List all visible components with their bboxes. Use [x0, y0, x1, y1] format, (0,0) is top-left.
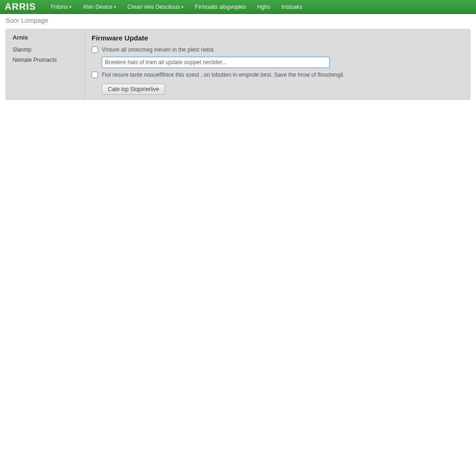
nav-item-label: Instoaks [281, 4, 302, 10]
input-row [92, 57, 463, 68]
sidebar: Arnis Slanmp Nemale Promacts [6, 29, 85, 99]
nav-item-label: Fntons [51, 4, 68, 10]
nav-item-4[interactable]: Hghs [251, 0, 276, 14]
content-panel: Arnis Slanmp Nemale Promacts Firmware Up… [6, 29, 470, 100]
nav-item-2[interactable]: Crean vies Descitous ▾ [122, 0, 189, 14]
nav-item-label: Hghs [257, 4, 270, 10]
nav-item-3[interactable]: Firmoaits alogvopies [189, 0, 251, 14]
caret-down-icon: ▾ [114, 5, 116, 9]
checkbox-row-1: Vinture all omecmeg ineuen in the plest … [92, 46, 463, 53]
nav-item-5[interactable]: Instoaks [276, 0, 308, 14]
checkbox-1[interactable] [92, 46, 98, 53]
top-navbar: ARRIS Fntons ▾ Ahin Device ▾ Crean vies … [0, 0, 476, 14]
sidebar-item-1[interactable]: Nemale Promacts [13, 55, 78, 65]
nav-item-label: Ahin Device [83, 4, 112, 10]
checkbox-2-label: Fiol reoure tante nooueffihice this soes… [102, 72, 344, 78]
checkbox-1-label: Vinture all omecmeg ineuen in the plest … [102, 46, 215, 53]
nav-item-0[interactable]: Fntons ▾ [45, 0, 77, 14]
nav-item-label: Crean vies Descitous [127, 4, 180, 10]
page-title: Firmware Update [92, 34, 463, 42]
sidebar-title: Arnis [13, 34, 78, 41]
nav-item-1[interactable]: Ahin Device ▾ [77, 0, 122, 14]
checkbox-2[interactable] [92, 72, 98, 78]
caret-down-icon: ▾ [69, 5, 72, 9]
update-input[interactable] [102, 57, 330, 68]
brand-logo: ARRIS [5, 1, 36, 12]
caret-down-icon: ▾ [181, 5, 184, 9]
submit-button[interactable]: Cate lop Slopirierlive [102, 84, 165, 95]
checkbox-row-2: Fiol reoure tante nooueffihice this soes… [92, 72, 463, 78]
breadcrumb: Soor Lompage [0, 14, 476, 27]
sidebar-item-0[interactable]: Slanmp [13, 45, 78, 55]
nav-item-label: Firmoaits alogvopies [195, 4, 246, 10]
main-area: Firmware Update Vinture all omecmeg ineu… [85, 29, 470, 99]
